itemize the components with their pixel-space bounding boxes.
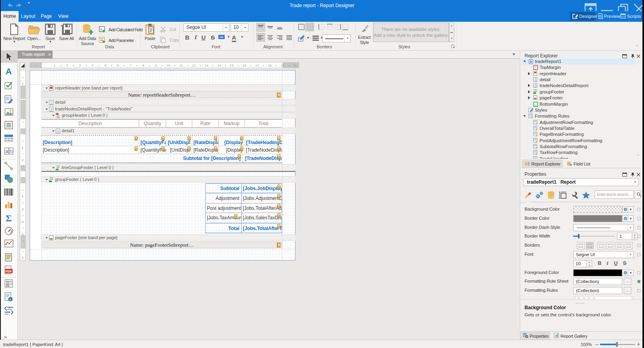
svg-text:PDF: PDF: [6, 270, 12, 273]
svg-text:b: b: [10, 149, 12, 154]
svg-text:a: a: [6, 149, 8, 154]
svg-text:fx: fx: [100, 27, 102, 31]
